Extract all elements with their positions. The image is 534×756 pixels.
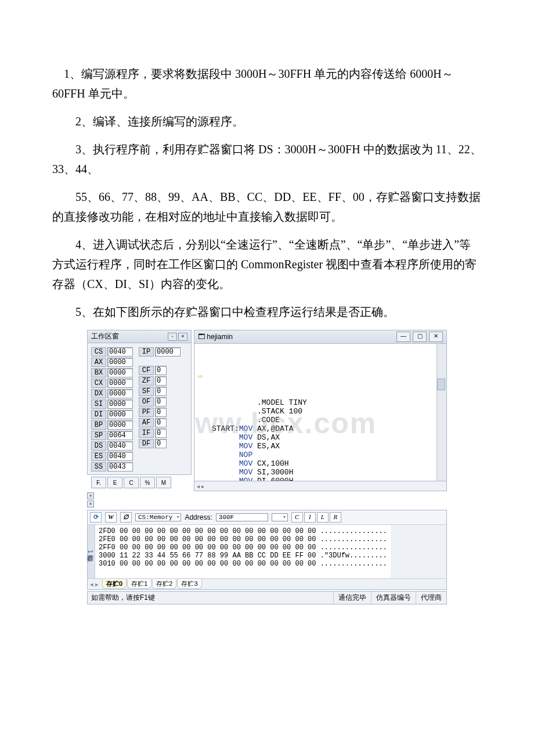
flag-label: PF: [139, 408, 154, 417]
maximize-button[interactable]: ▢: [413, 332, 427, 342]
memory-row[interactable]: 2FD0 00 00 00 00 00 00 00 00 00 00 00 00…: [99, 527, 387, 535]
code-line: MOV SI,3000H: [212, 468, 443, 477]
mem-tool-button[interactable]: R: [330, 512, 341, 523]
window-icon: 🗔: [198, 333, 205, 341]
status-cell: 代理商: [416, 592, 446, 604]
address-label: Address:: [185, 513, 212, 521]
flag-label: AF: [139, 418, 154, 427]
code-line: MOV CX,100H: [212, 459, 443, 468]
step-3b: 55、66、77、88、99、AA、BB、CC、DD、EE、FF、00，存贮器窗…: [52, 187, 482, 226]
code-line: MOV ES,AX: [212, 442, 443, 451]
mem-tool-button[interactable]: I: [304, 512, 316, 523]
memory-tab[interactable]: 存贮2: [152, 579, 176, 589]
code-line: START:MOV AX,@DATA: [212, 424, 443, 433]
flag-label: ZF: [139, 376, 154, 386]
reg-label: SS: [91, 462, 106, 471]
code-hscroll[interactable]: ◂ ▸: [194, 481, 447, 491]
mem-write-button[interactable]: W: [105, 512, 117, 523]
reg-value[interactable]: 0000: [107, 420, 133, 430]
reg-value[interactable]: 0000: [107, 389, 133, 398]
reg-value[interactable]: 0040: [107, 452, 133, 461]
code-line: MOV DS,AX: [212, 433, 443, 442]
memory-row[interactable]: 2FF0 00 00 00 00 00 00 00 00 00 00 00 00…: [99, 543, 387, 552]
memory-side-label: 存贮器1: [88, 525, 95, 578]
reg-value[interactable]: 0040: [107, 347, 133, 357]
memory-tabs: ◂ ▸ 存贮0存贮1存贮2存贮3: [88, 578, 446, 589]
memory-row[interactable]: 2FE0 00 00 00 00 00 00 00 00 00 00 00 00…: [99, 535, 387, 543]
workspace-pane: 工作区窗 - × CS0040AX0000BX0000CX0000DX0000S…: [87, 330, 192, 491]
mem-tool-button[interactable]: C: [291, 512, 303, 523]
reg-value[interactable]: 0040: [107, 441, 133, 451]
mem-eye-button[interactable]: ∅: [120, 512, 132, 523]
panel-close-icon[interactable]: ×: [87, 492, 94, 499]
reg-value[interactable]: 0000: [107, 358, 133, 367]
code-line: .CODE: [212, 416, 443, 424]
mem-refresh-button[interactable]: ⟳: [90, 512, 102, 523]
workspace-tab[interactable]: F.: [91, 477, 106, 488]
code-line: NOP: [212, 451, 443, 459]
flag-label: DF: [139, 439, 154, 448]
vertical-scrollbar[interactable]: [436, 344, 446, 481]
reg-label: BP: [91, 420, 106, 430]
workspace-tab[interactable]: E: [107, 477, 122, 488]
step-1: 1、编写源程序，要求将数据段中 3000H～30FFH 单元的内容传送给 600…: [52, 64, 482, 103]
flag-label: SF: [139, 387, 154, 396]
code-title: hejiamin: [207, 333, 233, 341]
memory-row[interactable]: 3010 00 00 00 00 00 00 00 00 00 00 00 00…: [99, 560, 387, 568]
flag-value[interactable]: 0: [155, 387, 167, 396]
current-line-arrow-icon: ⇨: [198, 372, 203, 381]
reg-label: AX: [91, 358, 106, 367]
reg-label: DI: [91, 410, 106, 419]
flag-value[interactable]: 0: [155, 439, 167, 448]
memory-row[interactable]: 3000 11 22 33 44 55 66 77 88 99 AA BB CC…: [99, 552, 387, 560]
tab-scroll-left[interactable]: ◂ ▸: [90, 581, 99, 588]
reg-label: SP: [91, 431, 106, 440]
step-3: 3、执行程序前，利用存贮器窗口将 DS：3000H～300FH 中的数据改为 1…: [52, 139, 482, 179]
flag-value[interactable]: 0: [155, 408, 167, 417]
reg-label: DS: [91, 441, 106, 451]
status-cell: 仿真器编号: [371, 592, 416, 604]
reg-value[interactable]: 0000: [107, 399, 133, 409]
reg-value[interactable]: 0000: [107, 379, 133, 388]
flag-value[interactable]: 0: [155, 376, 167, 386]
workspace-tab[interactable]: C: [124, 477, 139, 488]
workspace-tab[interactable]: %: [140, 477, 155, 488]
address-dropdown[interactable]: [272, 513, 288, 521]
flag-value[interactable]: 0: [155, 429, 167, 438]
code-pane: 🗔 hejiamin — ▢ ✕ ⇨ www.b cx.com .MODEL T…: [194, 330, 447, 491]
status-cell: 通信完毕: [333, 592, 371, 604]
memory-tab[interactable]: 存贮3: [177, 579, 201, 589]
code-line: .MODEL TINY: [212, 398, 443, 407]
reg-value[interactable]: 0000: [107, 410, 133, 419]
reg-value[interactable]: 0043: [107, 462, 133, 471]
close-button[interactable]: ✕: [429, 332, 443, 342]
reg-value[interactable]: 0064: [107, 431, 133, 440]
minimize-button[interactable]: —: [396, 332, 410, 342]
flag-label: CF: [139, 366, 154, 375]
flag-value[interactable]: 0: [155, 397, 167, 406]
reg-value[interactable]: 0000: [107, 368, 133, 377]
step-2: 2、编译、连接所编写的源程序。: [52, 111, 482, 131]
flag-label: IF: [139, 429, 154, 438]
step-4: 4、进入调试状态后，分别以“全速运行”、“全速断点”、“单步”、“单步进入”等方…: [52, 235, 482, 294]
code-line: MOV DI,6000H: [212, 477, 443, 481]
panel-close-icon[interactable]: ×: [87, 501, 94, 507]
memory-hex-view[interactable]: 2FD0 00 00 00 00 00 00 00 00 00 00 00 00…: [95, 525, 391, 578]
debugger-screenshot: 工作区窗 - × CS0040AX0000BX0000CX0000DX0000S…: [87, 330, 447, 604]
pane-close-icon[interactable]: ×: [178, 333, 187, 341]
memory-selector[interactable]: CS:Memory: [135, 513, 181, 521]
reg-ip-value[interactable]: 0000: [155, 347, 181, 357]
flag-value[interactable]: 0: [155, 366, 167, 375]
pane-pin-icon[interactable]: -: [168, 333, 177, 341]
memory-tab[interactable]: 存贮1: [127, 579, 151, 589]
workspace-tab[interactable]: M: [156, 477, 171, 488]
memory-tab[interactable]: 存贮0: [102, 579, 127, 589]
address-input[interactable]: 300F: [216, 513, 268, 521]
flag-value[interactable]: 0: [155, 418, 167, 427]
status-bar: 如需帮助，请按F1键 通信完毕仿真器编号代理商: [87, 591, 447, 604]
mem-tool-button[interactable]: L: [317, 512, 329, 523]
step-5: 5、在如下图所示的存贮器窗口中检查程序运行结果是否正确。: [52, 302, 482, 322]
reg-label: CS: [91, 347, 106, 357]
reg-label: ES: [91, 452, 106, 461]
code-body: ⇨ www.b cx.com .MODEL TINY .STACK 100 .C…: [194, 343, 447, 481]
